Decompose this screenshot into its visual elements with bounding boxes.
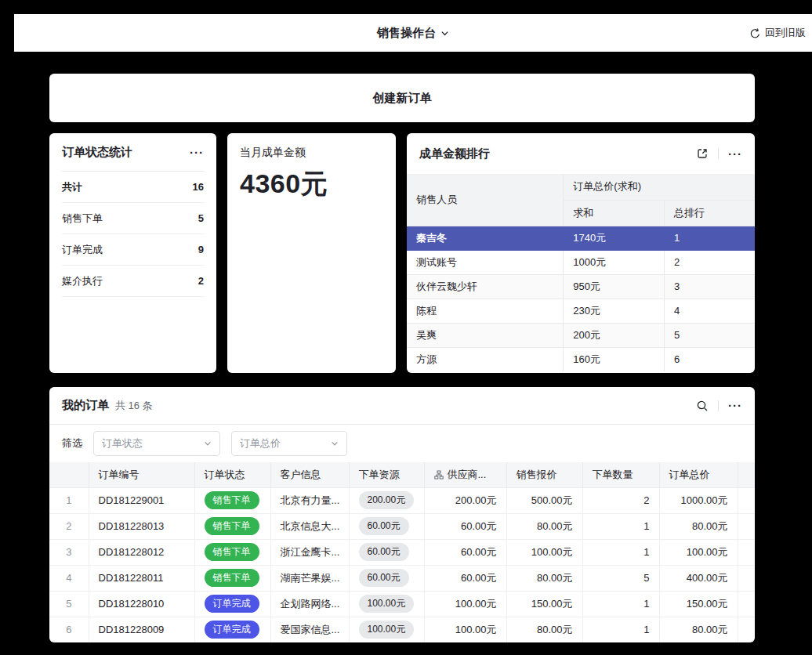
row-number: 4 xyxy=(49,565,89,591)
resource-pill: 60.00元 xyxy=(359,569,409,587)
person-rank: 4 xyxy=(665,299,755,323)
ranking-row[interactable]: 吴爽 200元 5 xyxy=(407,323,755,347)
filter-label: 筛选 xyxy=(62,436,82,451)
order-row[interactable]: 3 DD181228012 销售下单 浙江金鹰卡... 60.00元 60.00… xyxy=(49,539,755,565)
ranking-row[interactable]: 陈程 230元 4 xyxy=(407,299,755,323)
orders-card-title: 我的订单 xyxy=(62,398,109,413)
relation-icon xyxy=(434,470,444,479)
order-total: 80.00元 xyxy=(659,617,738,642)
order-status-cell: 销售下单 xyxy=(194,565,270,591)
sales-quote: 500.00元 xyxy=(506,487,582,513)
col-order-id: 订单编号 xyxy=(89,462,194,487)
ranking-row[interactable]: 方源 160元 6 xyxy=(407,347,755,371)
order-row[interactable]: 2 DD181228013 销售下单 北京信息大... 60.00元 60.00… xyxy=(49,513,755,539)
filler-cell xyxy=(738,617,755,642)
order-qty: 5 xyxy=(582,565,659,591)
col-supplier-label: 供应商... xyxy=(448,468,487,482)
filter-order-status-select[interactable]: 订单状态 xyxy=(93,431,220,456)
status-row-total[interactable]: 共计 16 xyxy=(62,172,204,203)
sales-quote: 80.00元 xyxy=(506,617,582,642)
sales-quote: 100.00元 xyxy=(506,539,582,565)
orders-table: 订单编号 订单状态 客户信息 下单资源 xyxy=(49,462,755,642)
order-row[interactable]: 5 DD181228010 订单完成 企划路网络... 100.00元 100.… xyxy=(49,591,755,617)
order-id: DD181228013 xyxy=(89,513,194,539)
col-qty: 下单数量 xyxy=(582,462,659,487)
order-id: DD181229001 xyxy=(89,487,194,513)
customer: 北京有力量... xyxy=(270,487,349,513)
row-number: 1 xyxy=(49,487,89,513)
person-sum: 1000元 xyxy=(564,250,665,274)
more-icon[interactable]: ··· xyxy=(728,148,742,160)
row-number: 6 xyxy=(49,617,89,642)
search-icon[interactable] xyxy=(696,400,709,412)
status-row-media[interactable]: 媒介执行 2 xyxy=(62,266,204,297)
chevron-down-icon xyxy=(331,440,339,447)
supplier-price: 60.00元 xyxy=(424,513,506,539)
col-customer: 客户信息 xyxy=(270,462,349,487)
resource-pill: 100.00元 xyxy=(359,595,415,613)
workspace-switcher[interactable]: 销售操作台 xyxy=(377,26,449,41)
dashboard-cards-row: 订单状态统计 ··· 共计 16 销售下单 5 订单完成 9 媒介执行 2 当月… xyxy=(49,133,755,373)
status-card-title: 订单状态统计 xyxy=(62,145,132,160)
more-icon[interactable]: ··· xyxy=(728,400,742,411)
order-total: 150.00元 xyxy=(659,591,738,617)
amount-card-title: 当月成单金额 xyxy=(240,146,383,160)
resource-pill: 200.00元 xyxy=(359,491,415,509)
status-badge: 订单完成 xyxy=(205,595,259,613)
sales-quote: 150.00元 xyxy=(506,591,582,617)
filter-order-total-select[interactable]: 订单总价 xyxy=(231,431,347,456)
supplier-price: 60.00元 xyxy=(424,539,506,565)
status-row-sales[interactable]: 销售下单 5 xyxy=(62,203,204,234)
status-label: 订单完成 xyxy=(62,243,103,257)
main-content: 创建新订单 订单状态统计 ··· 共计 16 销售下单 5 订单完成 9 媒介执… xyxy=(49,74,755,642)
order-row[interactable]: 4 DD181228011 销售下单 湖南芒果娱... 60.00元 60.00… xyxy=(49,565,755,591)
person-name: 测试账号 xyxy=(407,250,564,274)
order-qty: 2 xyxy=(582,487,659,513)
order-row[interactable]: 1 DD181229001 销售下单 北京有力量... 200.00元 200.… xyxy=(49,487,755,513)
order-row[interactable]: 6 DD181228009 订单完成 爱国家信息... 100.00元 100.… xyxy=(49,617,755,642)
filler-cell xyxy=(738,591,755,617)
order-status-card: 订单状态统计 ··· 共计 16 销售下单 5 订单完成 9 媒介执行 2 xyxy=(49,133,216,373)
open-external-icon[interactable] xyxy=(696,147,709,160)
ranking-row[interactable]: 伙伴云魏少轩 950元 3 xyxy=(407,274,755,299)
order-total: 400.00元 xyxy=(659,565,738,591)
ranking-card-title: 成单金额排行 xyxy=(419,147,490,161)
status-value: 9 xyxy=(198,244,204,255)
resource-cell: 60.00元 xyxy=(349,565,424,591)
person-sum: 950元 xyxy=(564,274,665,299)
supplier-price: 60.00元 xyxy=(424,565,506,591)
order-qty: 1 xyxy=(582,617,659,642)
filler-cell xyxy=(738,487,755,513)
status-label: 销售下单 xyxy=(62,212,103,226)
filter-bar: 筛选 订单状态 订单总价 xyxy=(49,425,755,462)
status-badge: 订单完成 xyxy=(205,621,259,639)
customer: 北京信息大... xyxy=(270,513,349,539)
order-status-cell: 销售下单 xyxy=(194,487,270,513)
order-status-cell: 销售下单 xyxy=(194,513,270,539)
order-total: 80.00元 xyxy=(659,513,738,539)
col-quote: 销售报价 xyxy=(506,462,582,487)
status-value: 2 xyxy=(198,275,204,287)
amount-value: 4360元 xyxy=(240,166,383,202)
customer: 企划路网络... xyxy=(270,591,349,617)
person-rank: 6 xyxy=(665,347,755,371)
resource-cell: 100.00元 xyxy=(349,617,424,642)
col-resource: 下单资源 xyxy=(349,462,424,487)
more-icon[interactable]: ··· xyxy=(190,147,204,158)
person-rank: 1 xyxy=(665,226,755,250)
create-order-label: 创建新订单 xyxy=(373,91,432,106)
resource-pill: 60.00元 xyxy=(359,543,409,561)
back-to-old-version-link[interactable]: 回到旧版 xyxy=(749,14,806,52)
person-sum: 230元 xyxy=(564,299,665,323)
order-qty: 1 xyxy=(582,513,659,539)
ranking-row[interactable]: 测试账号 1000元 2 xyxy=(407,250,755,274)
status-row-complete[interactable]: 订单完成 9 xyxy=(62,234,204,266)
filter-placeholder: 订单状态 xyxy=(102,436,143,451)
person-sum: 160元 xyxy=(564,347,665,371)
filler-cell xyxy=(738,539,755,565)
col-supplier: 供应商... xyxy=(424,462,506,487)
ranking-row[interactable]: 秦吉冬 1740元 1 xyxy=(407,226,755,250)
col-filler xyxy=(738,462,755,487)
create-order-button[interactable]: 创建新订单 xyxy=(49,74,755,122)
resource-cell: 60.00元 xyxy=(349,539,424,565)
